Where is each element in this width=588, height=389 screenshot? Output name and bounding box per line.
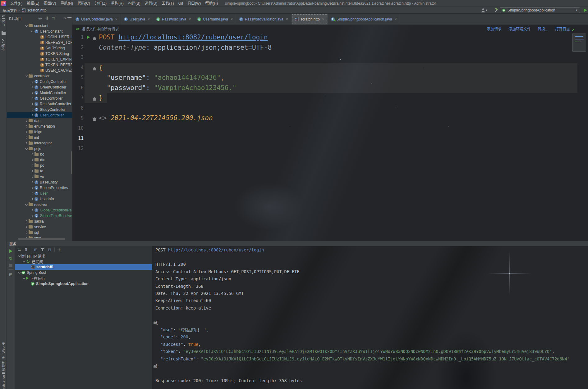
menu-item-窗口[interactable]: 窗口(W): [185, 0, 203, 7]
menu-item-文件[interactable]: 文件(F): [8, 0, 25, 7]
editor-link-[interactable]: 添加请求: [487, 26, 502, 31]
expand-all-button[interactable]: ⇊: [45, 16, 48, 20]
close-tab-icon[interactable]: ×: [395, 17, 397, 21]
menu-item-Git[interactable]: Git: [176, 0, 185, 7]
stripe-button-Persistence[interactable]: Persistence: [0, 371, 7, 389]
chevron-expanded-icon[interactable]: [24, 147, 29, 151]
chevron-collapsed-icon[interactable]: [30, 96, 34, 101]
open-in-new-tab-button[interactable]: ⊡: [48, 248, 51, 252]
services-panel-header[interactable]: 服务: [7, 241, 588, 246]
project-item-constant[interactable]: constant: [7, 23, 72, 29]
line-number[interactable]: 4: [72, 63, 84, 73]
project-item-UserController[interactable]: CUserController: [7, 112, 72, 118]
add-service-button[interactable]: ＋: [58, 248, 62, 252]
project-item-feign[interactable]: feign: [7, 129, 72, 135]
project-item-resolver[interactable]: resolver: [7, 202, 72, 207]
project-item-OssController[interactable]: COssController: [7, 96, 72, 101]
chevron-collapsed-icon[interactable]: [30, 152, 34, 156]
stripe-button-收藏夹[interactable]: ★收藏夹: [0, 356, 7, 371]
chevron-collapsed-icon[interactable]: [30, 79, 34, 84]
chevron-collapsed-icon[interactable]: [30, 163, 34, 168]
chevron-collapsed-icon[interactable]: [30, 85, 34, 89]
chevron-collapsed-icon[interactable]: [30, 158, 34, 162]
stripe-button-folder[interactable]: [0, 32, 7, 35]
chevron-expanded-icon[interactable]: [17, 254, 21, 258]
run-service-button[interactable]: [9, 249, 12, 253]
chevron-expanded-icon[interactable]: [24, 74, 29, 78]
hide-panel-button[interactable]: —: [67, 15, 71, 20]
filter-icon[interactable]: [41, 248, 45, 251]
chevron-collapsed-icon[interactable]: [24, 225, 29, 229]
chevron-expanded-icon[interactable]: [17, 270, 21, 275]
line-number[interactable]: 2: [72, 43, 84, 53]
line-number[interactable]: 8: [72, 103, 84, 113]
menu-item-编辑[interactable]: 编辑(E): [25, 0, 41, 7]
project-item-TOKEN-String[interactable]: fTOKEN:String: [7, 51, 72, 57]
menu-item-代码[interactable]: 代码(C): [75, 0, 92, 7]
chevron-collapsed-icon[interactable]: [30, 214, 34, 218]
chevron-collapsed-icon[interactable]: [24, 219, 29, 224]
menu-item-重构[interactable]: 重构(R): [109, 0, 126, 7]
tab-scratch.http[interactable]: scratch.http×: [292, 14, 328, 25]
stripe-button-结构[interactable]: 结构: [0, 39, 7, 51]
response-url-link[interactable]: http://localhost:8082/ruben/user/login: [168, 247, 264, 252]
chevron-collapsed-icon[interactable]: [30, 91, 34, 95]
project-item-RestAuthController[interactable]: CRestAuthController: [7, 101, 72, 107]
tab-User.java[interactable]: CUser.java×: [121, 14, 153, 25]
chevron-collapsed-icon[interactable]: [24, 236, 29, 238]
chevron-collapsed-icon[interactable]: [24, 141, 29, 145]
close-tab-icon[interactable]: ×: [189, 17, 191, 21]
project-item-REFRESH_TOKEN_[interactable]: fREFRESH_TOKEN_: [7, 40, 72, 45]
close-tab-icon[interactable]: ×: [286, 17, 288, 21]
chevron-collapsed-icon[interactable]: [30, 174, 34, 179]
close-tab-icon[interactable]: ×: [231, 17, 233, 21]
editor-link-[interactable]: 打开日志: [555, 26, 570, 31]
fold-marker-icon[interactable]: [93, 116, 96, 122]
collapse-all-button[interactable]: ⇈: [24, 248, 28, 252]
chevron-collapsed-icon[interactable]: [24, 130, 29, 134]
project-item-sakila[interactable]: sakila: [7, 219, 72, 224]
stop-button[interactable]: [9, 264, 12, 267]
project-item-vo[interactable]: vo: [7, 174, 72, 179]
project-item-ModelController[interactable]: CModelController: [7, 90, 72, 96]
line-number[interactable]: 12: [72, 143, 84, 154]
menu-item-导航[interactable]: 导航(N): [58, 0, 75, 7]
chevron-collapsed-icon[interactable]: [24, 119, 29, 123]
project-item-to[interactable]: to: [7, 168, 72, 174]
project-panel-title[interactable]: 项目: [14, 16, 22, 21]
project-item-sql[interactable]: sql: [7, 230, 72, 235]
project-item-init[interactable]: init: [7, 135, 72, 140]
chevron-expanded-icon[interactable]: [30, 29, 34, 34]
run-all-requests-link[interactable]: ≫ 运行文件中的所有请求: [76, 25, 119, 32]
chevron-collapsed-icon[interactable]: [30, 191, 34, 196]
menu-item-运行[interactable]: 运行(U): [143, 0, 160, 7]
stripe-button-项目[interactable]: 项目: [0, 16, 7, 27]
fold-marker-icon[interactable]: [93, 66, 96, 72]
service-item-SimpleSpringbootApplication[interactable]: SimpleSpringbootApplication: [15, 281, 152, 287]
tab-PasswordValidator.java[interactable]: CPasswordValidator.java×: [236, 14, 292, 25]
rerun-spring-button[interactable]: ↻: [9, 256, 12, 261]
service-item----[interactable]: ↻已完成: [15, 259, 152, 264]
project-item-USER_CACHE-Strin[interactable]: fUSER_CACHE:Strin: [7, 68, 72, 73]
menu-item-帮助[interactable]: 帮助(H): [203, 0, 220, 7]
chevron-collapsed-icon[interactable]: [30, 180, 34, 184]
project-item-pojo[interactable]: pojo: [7, 146, 72, 152]
service-item-scratch#1[interactable]: scratch#1: [15, 264, 152, 270]
locate-file-button[interactable]: ◎: [38, 16, 42, 20]
project-item-StudyController[interactable]: CStudyController: [7, 107, 72, 112]
project-vertical-scrollbar[interactable]: [71, 151, 72, 174]
project-item-GlobalExceptionReso[interactable]: CGlobalExceptionReso: [7, 207, 72, 213]
chevron-expanded-icon[interactable]: [22, 259, 26, 264]
panel-splitter[interactable]: [152, 246, 153, 389]
expand-all-button[interactable]: ⇊: [18, 248, 21, 252]
project-item-po[interactable]: po: [7, 163, 72, 168]
breadcrumb-file[interactable]: scratch.http: [27, 8, 47, 12]
chevron-collapsed-icon[interactable]: [30, 107, 34, 112]
project-item-TOKEN_REFRESH_[interactable]: fTOKEN_REFRESH_: [7, 62, 72, 68]
project-item-BaseEntity[interactable]: CBaseEntity: [7, 179, 72, 185]
project-item-dao[interactable]: dao: [7, 118, 72, 124]
profile-button[interactable]: ▼: [481, 7, 488, 14]
chevron-expanded-icon[interactable]: [24, 24, 29, 28]
chevron-collapsed-icon[interactable]: [30, 102, 34, 106]
run-button[interactable]: [584, 8, 587, 12]
